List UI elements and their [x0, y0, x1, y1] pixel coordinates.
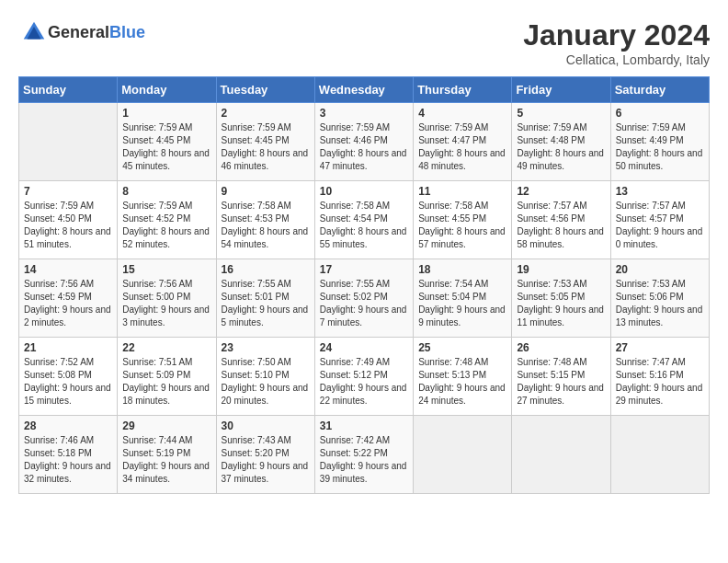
calendar-cell: 16Sunrise: 7:55 AMSunset: 5:01 PMDayligh…: [216, 259, 314, 338]
calendar-cell: 12Sunrise: 7:57 AMSunset: 4:56 PMDayligh…: [512, 181, 610, 259]
title-block: January 2024 Cellatica, Lombardy, Italy: [523, 18, 710, 67]
day-info: Sunrise: 7:50 AMSunset: 5:10 PMDaylight:…: [222, 356, 310, 408]
calendar-week: 21Sunrise: 7:52 AMSunset: 5:08 PMDayligh…: [19, 338, 710, 416]
calendar-cell: 11Sunrise: 7:58 AMSunset: 4:55 PMDayligh…: [414, 181, 512, 259]
day-number: 31: [320, 419, 408, 432]
calendar-cell: 28Sunrise: 7:46 AMSunset: 5:18 PMDayligh…: [19, 416, 118, 494]
day-number: 16: [222, 263, 310, 276]
day-number: 8: [122, 185, 210, 198]
calendar-cell: 19Sunrise: 7:53 AMSunset: 5:05 PMDayligh…: [512, 259, 610, 338]
day-number: 20: [616, 263, 704, 276]
calendar-cell: [512, 416, 610, 494]
day-number: 10: [320, 185, 408, 198]
page-header: GeneralBlue January 2024 Cellatica, Lomb…: [18, 18, 710, 67]
logo-blue: Blue: [109, 23, 145, 41]
calendar-cell: 27Sunrise: 7:47 AMSunset: 5:16 PMDayligh…: [610, 338, 709, 416]
calendar-cell: 14Sunrise: 7:56 AMSunset: 4:59 PMDayligh…: [19, 259, 118, 338]
calendar-cell: 20Sunrise: 7:53 AMSunset: 5:06 PMDayligh…: [610, 259, 709, 338]
day-number: 6: [616, 107, 704, 120]
day-number: 19: [517, 263, 605, 276]
calendar-cell: 7Sunrise: 7:59 AMSunset: 4:50 PMDaylight…: [19, 181, 118, 259]
calendar-week: 28Sunrise: 7:46 AMSunset: 5:18 PMDayligh…: [19, 416, 710, 494]
day-number: 27: [616, 341, 704, 354]
weekday-header: Wednesday: [314, 77, 413, 103]
day-info: Sunrise: 7:58 AMSunset: 4:53 PMDaylight:…: [222, 200, 310, 251]
calendar-cell: 31Sunrise: 7:42 AMSunset: 5:22 PMDayligh…: [314, 416, 413, 494]
day-number: 17: [320, 263, 408, 276]
day-info: Sunrise: 7:59 AMSunset: 4:46 PMDaylight:…: [320, 121, 408, 173]
day-info: Sunrise: 7:57 AMSunset: 4:56 PMDaylight:…: [517, 200, 605, 251]
calendar-cell: 13Sunrise: 7:57 AMSunset: 4:57 PMDayligh…: [610, 181, 709, 259]
calendar-cell: 2Sunrise: 7:59 AMSunset: 4:45 PMDaylight…: [216, 103, 314, 181]
day-number: 21: [24, 341, 112, 354]
calendar-cell: 6Sunrise: 7:59 AMSunset: 4:49 PMDaylight…: [610, 103, 709, 181]
day-info: Sunrise: 7:56 AMSunset: 4:59 PMDaylight:…: [24, 278, 112, 329]
day-number: 13: [616, 185, 704, 198]
calendar-cell: 5Sunrise: 7:59 AMSunset: 4:48 PMDaylight…: [512, 103, 610, 181]
day-info: Sunrise: 7:42 AMSunset: 5:22 PMDaylight:…: [320, 434, 408, 486]
weekday-header: Thursday: [414, 77, 512, 103]
day-number: 26: [517, 341, 605, 354]
day-info: Sunrise: 7:48 AMSunset: 5:15 PMDaylight:…: [517, 356, 605, 408]
day-number: 3: [320, 107, 408, 120]
day-info: Sunrise: 7:54 AMSunset: 5:04 PMDaylight:…: [418, 278, 506, 329]
location: Cellatica, Lombardy, Italy: [523, 52, 710, 67]
day-info: Sunrise: 7:59 AMSunset: 4:52 PMDaylight:…: [122, 200, 210, 251]
day-info: Sunrise: 7:47 AMSunset: 5:16 PMDaylight:…: [616, 356, 704, 408]
day-number: 25: [418, 341, 506, 354]
calendar-cell: 30Sunrise: 7:43 AMSunset: 5:20 PMDayligh…: [216, 416, 314, 494]
day-info: Sunrise: 7:59 AMSunset: 4:49 PMDaylight:…: [616, 121, 704, 173]
calendar-cell: 4Sunrise: 7:59 AMSunset: 4:47 PMDaylight…: [414, 103, 512, 181]
weekday-header: Tuesday: [216, 77, 314, 103]
day-number: 28: [24, 419, 112, 432]
day-info: Sunrise: 7:51 AMSunset: 5:09 PMDaylight:…: [122, 356, 210, 408]
weekday-header: Friday: [512, 77, 610, 103]
calendar-cell: 21Sunrise: 7:52 AMSunset: 5:08 PMDayligh…: [19, 338, 118, 416]
calendar-cell: 25Sunrise: 7:48 AMSunset: 5:13 PMDayligh…: [414, 338, 512, 416]
calendar-cell: 23Sunrise: 7:50 AMSunset: 5:10 PMDayligh…: [216, 338, 314, 416]
weekday-header: Monday: [118, 77, 216, 103]
calendar-week: 14Sunrise: 7:56 AMSunset: 4:59 PMDayligh…: [19, 259, 710, 338]
day-info: Sunrise: 7:48 AMSunset: 5:13 PMDaylight:…: [418, 356, 506, 408]
day-info: Sunrise: 7:59 AMSunset: 4:45 PMDaylight:…: [222, 121, 310, 173]
calendar-cell: 15Sunrise: 7:56 AMSunset: 5:00 PMDayligh…: [118, 259, 216, 338]
calendar-cell: [610, 416, 709, 494]
day-info: Sunrise: 7:46 AMSunset: 5:18 PMDaylight:…: [24, 434, 112, 486]
calendar-cell: 26Sunrise: 7:48 AMSunset: 5:15 PMDayligh…: [512, 338, 610, 416]
logo: GeneralBlue: [18, 18, 145, 46]
calendar-week: 7Sunrise: 7:59 AMSunset: 4:50 PMDaylight…: [19, 181, 710, 259]
day-number: 1: [122, 107, 210, 120]
calendar-table: SundayMondayTuesdayWednesdayThursdayFrid…: [18, 76, 710, 494]
calendar-cell: [414, 416, 512, 494]
calendar-cell: 10Sunrise: 7:58 AMSunset: 4:54 PMDayligh…: [314, 181, 413, 259]
day-info: Sunrise: 7:55 AMSunset: 5:02 PMDaylight:…: [320, 278, 408, 329]
day-number: 9: [222, 185, 310, 198]
calendar-cell: 22Sunrise: 7:51 AMSunset: 5:09 PMDayligh…: [118, 338, 216, 416]
day-number: 22: [122, 341, 210, 354]
day-number: 5: [517, 107, 605, 120]
day-number: 23: [222, 341, 310, 354]
day-info: Sunrise: 7:56 AMSunset: 5:00 PMDaylight:…: [122, 278, 210, 329]
calendar-cell: 29Sunrise: 7:44 AMSunset: 5:19 PMDayligh…: [118, 416, 216, 494]
day-info: Sunrise: 7:53 AMSunset: 5:05 PMDaylight:…: [517, 278, 605, 329]
calendar-cell: 1Sunrise: 7:59 AMSunset: 4:45 PMDaylight…: [118, 103, 216, 181]
day-info: Sunrise: 7:57 AMSunset: 4:57 PMDaylight:…: [616, 200, 704, 251]
calendar-cell: 3Sunrise: 7:59 AMSunset: 4:46 PMDaylight…: [314, 103, 413, 181]
day-info: Sunrise: 7:52 AMSunset: 5:08 PMDaylight:…: [24, 356, 112, 408]
day-number: 7: [24, 185, 112, 198]
weekday-header: Sunday: [19, 77, 118, 103]
day-info: Sunrise: 7:44 AMSunset: 5:19 PMDaylight:…: [122, 434, 210, 486]
month-title: January 2024: [523, 18, 710, 52]
day-number: 30: [222, 419, 310, 432]
calendar-cell: 18Sunrise: 7:54 AMSunset: 5:04 PMDayligh…: [414, 259, 512, 338]
day-number: 24: [320, 341, 408, 354]
day-info: Sunrise: 7:43 AMSunset: 5:20 PMDaylight:…: [222, 434, 310, 486]
logo-general: General: [48, 23, 109, 41]
day-number: 18: [418, 263, 506, 276]
day-info: Sunrise: 7:59 AMSunset: 4:47 PMDaylight:…: [418, 121, 506, 173]
day-number: 15: [122, 263, 210, 276]
calendar-cell: [19, 103, 118, 181]
day-info: Sunrise: 7:55 AMSunset: 5:01 PMDaylight:…: [222, 278, 310, 329]
day-number: 2: [222, 107, 310, 120]
day-info: Sunrise: 7:58 AMSunset: 4:55 PMDaylight:…: [418, 200, 506, 251]
